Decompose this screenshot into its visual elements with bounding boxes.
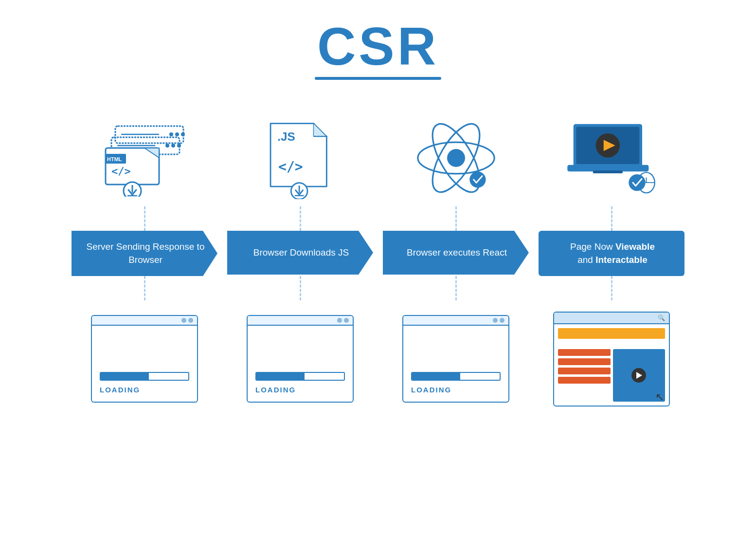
browser-body-3: LOADING <box>403 326 508 402</box>
arrow-col-1: Server Sending Response to Browser <box>67 231 222 276</box>
v-line-3 <box>455 206 457 231</box>
bottom-col-4: 🔍 <box>534 305 689 412</box>
col-3 <box>378 109 534 206</box>
v-line-5 <box>144 276 145 300</box>
loading-fill-1 <box>101 373 149 380</box>
v-connectors-2 <box>37 276 719 300</box>
svg-rect-33 <box>593 170 623 173</box>
screenshot-loading-3: LOADING <box>378 305 534 412</box>
loading-text-1: LOADING <box>100 386 189 394</box>
icon-react-atom <box>378 109 534 206</box>
svg-text:.JS: .JS <box>277 130 295 143</box>
browser-mockup-1: LOADING <box>91 315 198 403</box>
arrow-label-2: Browser Downloads JS <box>253 246 349 259</box>
v-line-7 <box>455 276 457 300</box>
col-1: HTML </> <box>67 109 222 206</box>
svg-point-2 <box>175 132 179 136</box>
arrow-banner-1: Server Sending Response to Browser <box>72 231 217 276</box>
browser-mockup-3: LOADING <box>402 315 509 403</box>
play-triangle <box>636 372 642 379</box>
v-line-8 <box>611 276 612 300</box>
svg-point-26 <box>447 149 465 167</box>
dot-2a <box>337 318 342 323</box>
left-content <box>558 349 611 391</box>
bottom-col-2: LOADING <box>222 305 378 412</box>
svg-point-1 <box>169 132 173 136</box>
svg-text:</>: </> <box>278 159 303 175</box>
loading-track-1 <box>100 372 189 381</box>
arrow-banner-4: Page Now Viewableand Interactable <box>539 231 684 276</box>
arrow-label-3: Browser executes React <box>407 246 507 259</box>
svg-text:</>: </> <box>111 165 131 177</box>
dot-3a <box>493 318 498 323</box>
browser-mockup-2: LOADING <box>247 315 354 403</box>
search-icon: 🔍 <box>658 314 665 321</box>
loading-fill-3 <box>412 373 460 380</box>
screenshot-loading-2: LOADING <box>222 305 378 412</box>
bottom-col-3: LOADING <box>378 305 534 412</box>
loaded-browser-wrapper: 🔍 <box>553 312 670 407</box>
loading-fill-2 <box>256 373 305 380</box>
titlebar-3 <box>403 316 508 326</box>
loading-text-3: LOADING <box>411 386 501 394</box>
title-underline <box>315 77 441 80</box>
col-4 <box>534 109 689 206</box>
arrow-col-3: Browser executes React <box>378 231 534 276</box>
v-connectors-1 <box>37 206 719 231</box>
arrow-label-4: Page Now Viewableand Interactable <box>570 240 655 266</box>
loading-track-2 <box>255 372 345 381</box>
svg-point-8 <box>177 144 181 148</box>
v-line-2 <box>300 206 301 231</box>
orange-sq <box>558 377 611 384</box>
titlebar-2 <box>248 316 353 326</box>
bottom-row: LOADING LOADING <box>37 300 719 412</box>
arrow-label-1: Server Sending Response to Browser <box>85 240 206 266</box>
svg-point-27 <box>469 171 486 187</box>
flow-container: HTML </> .J <box>37 109 719 412</box>
play-button <box>631 368 646 383</box>
svg-text:HTML: HTML <box>107 156 122 162</box>
v-line-4 <box>611 206 612 231</box>
dot-3b <box>500 318 504 323</box>
browser-body-1: LOADING <box>92 326 197 402</box>
video-block <box>613 349 666 402</box>
svg-point-3 <box>181 132 185 136</box>
arrow-col-2: Browser Downloads JS <box>222 231 378 276</box>
icon-html-stack: HTML </> <box>67 109 222 206</box>
icons-row: HTML </> .J <box>37 109 719 206</box>
dot-1b <box>188 318 193 323</box>
arrow-col-4: Page Now Viewableand Interactable <box>534 231 689 276</box>
title-section: CSR <box>315 19 441 80</box>
browser-loaded-body <box>554 324 669 406</box>
svg-point-7 <box>171 144 175 148</box>
arrows-row: Server Sending Response to Browser Brows… <box>37 231 719 276</box>
arrow-banner-3: Browser executes React <box>383 231 529 275</box>
arrow-banner-2: Browser Downloads JS <box>227 231 373 275</box>
svg-point-6 <box>165 144 169 148</box>
bottom-col-1: LOADING <box>67 305 222 412</box>
dot-2b <box>344 318 349 323</box>
red-bar-1 <box>558 349 611 356</box>
svg-point-37 <box>629 174 645 190</box>
red-bar-2 <box>558 358 611 365</box>
loading-track-3 <box>411 372 501 381</box>
page-title: CSR <box>315 19 441 73</box>
browser-body-2: LOADING <box>248 326 353 402</box>
v-line-6 <box>300 276 301 300</box>
icon-laptop <box>534 109 689 206</box>
titlebar-loaded: 🔍 <box>554 313 669 324</box>
red-bar-3 <box>558 368 611 374</box>
dot-1a <box>181 318 186 323</box>
loading-text-2: LOADING <box>255 386 345 394</box>
browser-mockup-loaded: 🔍 <box>553 312 670 407</box>
screenshot-loaded: 🔍 <box>534 305 689 412</box>
titlebar-1 <box>92 316 197 326</box>
col-2: .JS </> <box>222 109 378 206</box>
v-line-1 <box>144 206 145 231</box>
icon-js-file: .JS </> <box>222 109 378 206</box>
yellow-bar <box>558 328 665 339</box>
screenshot-loading-1: LOADING <box>67 305 222 412</box>
